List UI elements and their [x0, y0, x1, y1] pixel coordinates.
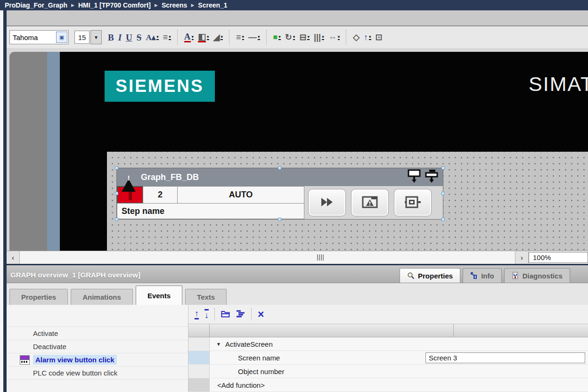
- event-row[interactable]: Activate: [7, 327, 188, 340]
- tab-properties[interactable]: Properties: [9, 289, 68, 305]
- line-style-icon: —: [248, 33, 257, 41]
- event-row[interactable]: PLC code view button click: [7, 366, 188, 379]
- function-table-row[interactable]: Screen name: [188, 351, 588, 365]
- toolbar-separator: [346, 30, 347, 45]
- format-painter-button[interactable]: ◇: [351, 29, 361, 45]
- plc-code-view-button[interactable]: [394, 189, 432, 216]
- breadcrumb-separator-icon: ▶: [191, 3, 194, 8]
- align-button[interactable]: ⊟▾: [297, 29, 311, 45]
- toolbar-group: ≡▾—▾: [234, 29, 262, 45]
- move-up-icon: ↑: [195, 309, 199, 319]
- magnifier-icon: [407, 272, 415, 279]
- siemens-logo: SIEMENS: [105, 71, 215, 102]
- tab-order-icon: ↑: [364, 33, 368, 41]
- selection-handle[interactable]: [115, 166, 118, 170]
- step-name-cell: Step name: [117, 203, 304, 219]
- line-spacing-button[interactable]: ≡▾: [161, 29, 173, 45]
- distribute-button[interactable]: |||▾: [312, 29, 326, 45]
- font-size-box: 15 ▼: [74, 31, 102, 44]
- breadcrumb-item[interactable]: HMI_1 [TP700 Comfort]: [78, 1, 151, 9]
- event-row-empty: [7, 379, 188, 392]
- selection-handle[interactable]: [115, 218, 118, 221]
- header-label-cell: [210, 324, 454, 337]
- bold-button[interactable]: B: [106, 29, 116, 45]
- scroll-left-button[interactable]: ‹: [7, 251, 20, 264]
- move-down-button[interactable]: ↓: [204, 309, 209, 319]
- dropdown-arrow-icon: ▾: [242, 35, 245, 40]
- selection-handle[interactable]: [441, 192, 445, 195]
- scrollbar-grip[interactable]: [317, 254, 324, 261]
- font-color-button[interactable]: A▾: [182, 29, 196, 45]
- breadcrumb-item[interactable]: Screens: [162, 1, 187, 9]
- line-style-button[interactable]: —▾: [246, 29, 262, 45]
- event-row[interactable]: Alarm view button click: [7, 353, 188, 366]
- dropdown-arrow-icon: ▾: [369, 35, 371, 40]
- next-step-button[interactable]: [308, 189, 346, 216]
- tab-label: Diagnostics: [523, 272, 563, 280]
- function-table-row[interactable]: Object number: [188, 365, 588, 378]
- background-color-button[interactable]: ◧▾: [196, 29, 211, 45]
- screen-editor-canvas[interactable]: SIEMENS SIMATIC ! Graph_FB_DB 2 AUTO Ste…: [7, 48, 588, 251]
- tab-order-button[interactable]: ↑▾: [362, 29, 373, 45]
- row-gutter: [188, 337, 210, 351]
- rotate-icon: ↻: [285, 33, 292, 41]
- inspector-window-tabs: PropertiesInfoDiagnostics: [400, 268, 570, 283]
- strikethrough-button[interactable]: S: [135, 29, 144, 45]
- row-gutter: [188, 351, 210, 364]
- event-label: Activate: [33, 329, 58, 337]
- inspector-tab-info[interactable]: Info: [463, 268, 502, 283]
- expand-folder-button[interactable]: [221, 310, 230, 319]
- layer-button[interactable]: ■▾: [271, 29, 283, 45]
- row-content: Screen name: [210, 351, 588, 364]
- graph-control-buttons: [308, 189, 432, 216]
- font-name-box: ▣: [9, 30, 69, 44]
- graph-overview-control[interactable]: ! Graph_FB_DB 2 AUTO Step name: [117, 168, 443, 219]
- expand-list-button[interactable]: [236, 310, 245, 319]
- graph-overview-header: ! Graph_FB_DB: [117, 168, 443, 186]
- underline-button[interactable]: U: [124, 29, 134, 45]
- scrollbar-track[interactable]: [20, 251, 515, 264]
- inspector-window: GRAPH overview_1 [GRAPH overview] Proper…: [7, 264, 588, 392]
- function-table-row[interactable]: ▼ActivateScreen: [188, 337, 588, 351]
- selection-handle[interactable]: [441, 166, 445, 170]
- event-row[interactable]: Deactivate: [7, 340, 188, 353]
- row-content: <Add function>: [210, 378, 588, 392]
- alarm-view-button[interactable]: [351, 189, 389, 216]
- breadcrumb-item[interactable]: Screen_1: [198, 1, 227, 9]
- same-size-icon: ⇔: [328, 33, 337, 41]
- delete-button[interactable]: ×: [258, 309, 264, 320]
- rotate-button[interactable]: ↻▾: [283, 29, 297, 45]
- font-name-input[interactable]: [10, 33, 55, 42]
- same-size-button[interactable]: ⇔▾: [327, 29, 342, 45]
- breadcrumb-separator-icon: ▶: [71, 3, 74, 8]
- breadcrumb-item[interactable]: ProDiag_For_Graph: [5, 1, 67, 9]
- format-painter-icon: ◇: [353, 33, 359, 41]
- collapse-arrow-icon[interactable]: ▼: [216, 342, 221, 347]
- italic-button[interactable]: I: [116, 29, 123, 45]
- screen-name-input[interactable]: [425, 352, 585, 363]
- tab-events[interactable]: Events: [136, 286, 182, 305]
- tab-texts[interactable]: Texts: [185, 289, 227, 305]
- inspector-category-tabs: PropertiesAnimationsEventsTexts: [7, 283, 588, 305]
- zoom-selection-button[interactable]: ⊡: [374, 29, 384, 45]
- toolbar-group: ◇↑▾⊡: [351, 29, 384, 45]
- selection-handle[interactable]: [278, 218, 281, 221]
- border-style-button[interactable]: ≡▾: [234, 29, 246, 45]
- scroll-right-button[interactable]: ›: [515, 251, 529, 264]
- window-edge: [0, 10, 3, 392]
- font-picker-icon[interactable]: ▣: [56, 32, 67, 43]
- inspector-tab-properties[interactable]: Properties: [400, 268, 460, 283]
- event-list-spacer: [7, 305, 188, 327]
- fast-forward-icon: [319, 196, 335, 209]
- selection-handle[interactable]: [441, 218, 445, 221]
- increase-font-size-button[interactable]: A▴▾: [144, 29, 160, 45]
- function-table-row[interactable]: <Add function>: [188, 378, 588, 392]
- font-size-dropdown[interactable]: ▼: [90, 30, 102, 44]
- zoom-level-input[interactable]: [529, 253, 588, 262]
- tab-animations[interactable]: Animations: [71, 289, 133, 305]
- selection-handle[interactable]: [115, 192, 118, 195]
- selection-handle[interactable]: [278, 166, 281, 170]
- inspector-tab-diagnostics[interactable]: Diagnostics: [504, 268, 570, 283]
- move-up-button[interactable]: ↑: [195, 309, 199, 319]
- border-color-button[interactable]: ◢▾: [212, 29, 225, 45]
